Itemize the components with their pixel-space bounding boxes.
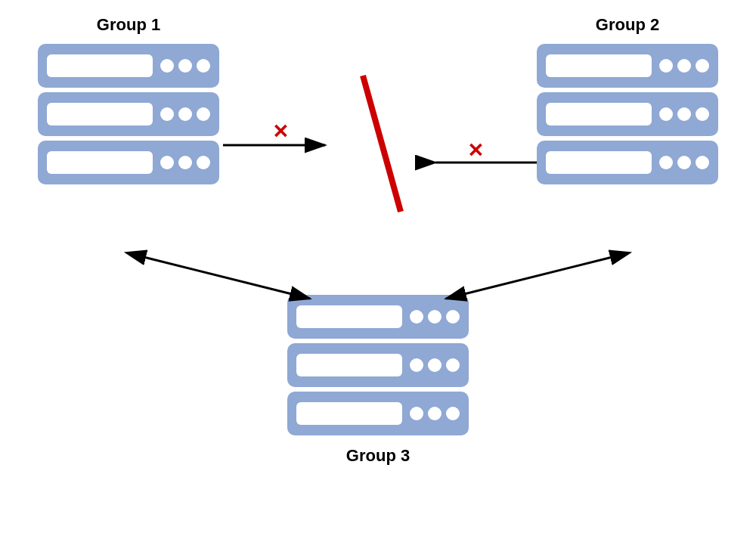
server-dots	[160, 59, 210, 73]
dot	[197, 107, 210, 121]
group3-label: Group 3	[287, 446, 469, 466]
dot	[160, 156, 174, 169]
dot	[696, 107, 709, 121]
dot	[160, 107, 174, 121]
server-bar	[296, 354, 402, 376]
server-rack-1-2	[38, 92, 219, 136]
server-bar	[546, 151, 652, 174]
server-rack-2-2	[537, 92, 718, 136]
server-rack-2-3	[537, 141, 718, 184]
server-dots	[160, 156, 210, 169]
server-dots	[659, 156, 709, 169]
dot	[659, 107, 673, 121]
dot	[428, 310, 442, 324]
dot	[659, 156, 673, 169]
group1-label: Group 1	[38, 15, 219, 35]
dot	[410, 358, 423, 372]
dot	[446, 358, 460, 372]
arrow-g1-g3	[144, 257, 310, 299]
dot	[197, 59, 210, 73]
dot	[178, 59, 192, 73]
diagram-container: Group 1 Grou	[0, 0, 756, 539]
lightning-bolt	[363, 76, 401, 212]
dot	[178, 156, 192, 169]
arrow-g2-g3	[446, 257, 612, 299]
server-bar	[546, 103, 652, 125]
server-rack-2-1	[537, 44, 718, 88]
server-dots	[160, 107, 210, 121]
dot	[696, 156, 709, 169]
dot	[696, 59, 709, 73]
dot	[677, 107, 691, 121]
server-rack-3-2	[287, 343, 469, 387]
server-bar	[47, 151, 153, 174]
server-dots	[410, 310, 460, 324]
group1: Group 1	[38, 15, 219, 184]
server-rack-1-1	[38, 44, 219, 88]
server-dots	[659, 107, 709, 121]
server-bar	[47, 103, 153, 125]
dot	[659, 59, 673, 73]
server-rack-1-3	[38, 141, 219, 184]
group2: Group 2	[537, 15, 718, 184]
server-bar	[47, 54, 153, 77]
x-mark-2: ✕	[467, 139, 484, 162]
server-rack-3-3	[287, 392, 469, 435]
dot	[446, 407, 460, 420]
group3: Group 3	[287, 295, 469, 466]
dot	[677, 59, 691, 73]
server-bar	[296, 305, 402, 328]
server-dots	[659, 59, 709, 73]
dot	[446, 310, 460, 324]
server-dots	[410, 358, 460, 372]
dot	[410, 407, 423, 420]
dot	[197, 156, 210, 169]
dot	[428, 407, 442, 420]
dot	[677, 156, 691, 169]
dot	[410, 310, 423, 324]
server-bar	[296, 402, 402, 425]
dot	[160, 59, 174, 73]
x-mark-1: ✕	[272, 120, 289, 143]
dot	[178, 107, 192, 121]
server-bar	[546, 54, 652, 77]
server-dots	[410, 407, 460, 420]
group2-label: Group 2	[537, 15, 718, 35]
dot	[428, 358, 442, 372]
server-rack-3-1	[287, 295, 469, 339]
